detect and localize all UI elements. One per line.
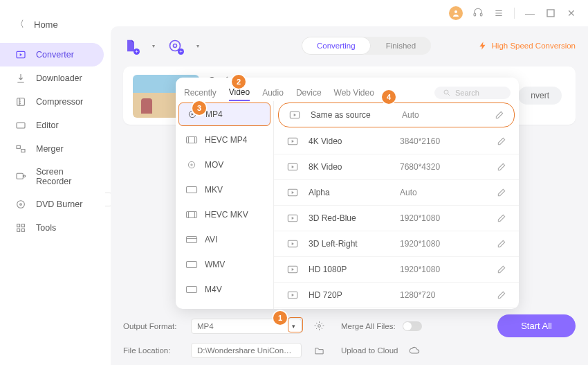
wmv-icon xyxy=(185,260,198,269)
search-placeholder: Search xyxy=(455,89,479,97)
support-icon[interactable] xyxy=(472,8,484,19)
folder-icon[interactable] xyxy=(314,346,324,356)
edit-icon[interactable] xyxy=(495,110,506,120)
edit-icon[interactable] xyxy=(497,162,508,172)
preset-8k[interactable]: 8K Video7680*4320 xyxy=(274,154,519,180)
format-hevc-mp4[interactable]: HEVC MP4 xyxy=(176,127,273,152)
format-mkv[interactable]: MKV xyxy=(176,177,273,202)
search-input[interactable]: Search xyxy=(434,87,511,99)
profile-avatar[interactable] xyxy=(449,6,463,20)
svg-rect-30 xyxy=(187,262,197,268)
output-format-label: Output Format: xyxy=(123,322,184,330)
format-wmv[interactable]: WMV xyxy=(176,252,273,277)
sidebar-item-editor[interactable]: Editor xyxy=(0,114,104,137)
popup-tab-device[interactable]: Device xyxy=(296,85,322,100)
svg-rect-14 xyxy=(21,224,24,227)
search-icon xyxy=(443,89,451,97)
chevron-down-icon[interactable]: ▾ xyxy=(152,43,155,49)
minimize-icon[interactable]: — xyxy=(524,8,535,19)
format-m4v[interactable]: M4V xyxy=(176,277,273,302)
video-icon xyxy=(286,162,299,172)
tab-finished[interactable]: Finished xyxy=(371,37,431,55)
file-location-input[interactable]: D:\Wondershare UniConverter 1 xyxy=(191,343,302,358)
mkv-icon xyxy=(185,185,198,195)
svg-rect-3 xyxy=(547,10,554,17)
settings-icon[interactable] xyxy=(314,321,324,331)
back-home[interactable]: 〈 Home xyxy=(0,14,111,35)
format-label: HEVC MP4 xyxy=(205,135,247,145)
preset-alpha[interactable]: AlphaAuto xyxy=(274,180,519,206)
video-icon xyxy=(286,239,299,249)
svg-point-21 xyxy=(318,325,321,328)
close-icon[interactable]: ✕ xyxy=(566,8,577,19)
merge-toggle[interactable] xyxy=(403,321,422,331)
sidebar-item-label: Downloader xyxy=(36,73,82,83)
preset-label: 8K Video xyxy=(309,162,390,172)
sidebar: 〈 Home Converter Downloader Compressor E… xyxy=(0,0,111,365)
preset-1080p[interactable]: HD 1080P1920*1080 xyxy=(274,257,519,283)
format-hevc-mkv[interactable]: HEVC MKV xyxy=(176,202,273,227)
m4v-icon xyxy=(185,285,198,294)
svg-point-22 xyxy=(444,90,448,94)
edit-icon[interactable] xyxy=(497,136,508,146)
preset-label: 3D Red-Blue xyxy=(309,213,390,223)
preset-720p[interactable]: HD 720P1280*720 xyxy=(274,283,519,308)
high-speed-toggle[interactable]: High Speed Conversion xyxy=(478,41,576,51)
svg-rect-8 xyxy=(21,150,25,152)
maximize-icon[interactable] xyxy=(545,8,556,19)
sidebar-item-converter[interactable]: Converter xyxy=(0,43,104,66)
nav-list: Converter Downloader Compressor Editor M… xyxy=(0,40,111,240)
step-bubble-3: 3 xyxy=(192,101,206,115)
svg-point-25 xyxy=(188,161,194,168)
bottom-bar: Output Format: MP4 ▾ Merge All Files: St… xyxy=(123,309,576,358)
format-label: M4V xyxy=(205,285,222,294)
menu-icon[interactable] xyxy=(493,8,504,19)
sidebar-item-compressor[interactable]: Compressor xyxy=(0,90,104,114)
svg-rect-13 xyxy=(17,224,20,227)
format-avi[interactable]: AVI xyxy=(176,227,273,252)
start-all-button[interactable]: Start All xyxy=(497,314,576,337)
popup-tab-web-video[interactable]: Web Video xyxy=(334,85,374,100)
sidebar-item-dvd-burner[interactable]: DVD Burner xyxy=(0,193,104,216)
preset-3d-lr[interactable]: 3D Left-Right1920*1080 xyxy=(274,231,519,257)
svg-point-0 xyxy=(454,10,457,13)
preset-res: Auto xyxy=(400,188,487,197)
sidebar-item-screen-recorder[interactable]: Screen Recorder xyxy=(0,161,104,193)
toolbar: +▾ +▾ Converting Finished High Speed Con… xyxy=(123,35,576,57)
sidebar-item-downloader[interactable]: Downloader xyxy=(0,66,104,90)
preset-3d-rb[interactable]: 3D Red-Blue1920*1080 xyxy=(274,206,519,231)
format-mov[interactable]: MOV xyxy=(176,152,273,177)
preset-4k[interactable]: 4K Video3840*2160 xyxy=(274,129,519,154)
edit-icon[interactable] xyxy=(497,265,508,274)
edit-icon[interactable] xyxy=(497,213,508,223)
mov-icon xyxy=(185,160,198,170)
svg-point-12 xyxy=(20,204,22,206)
video-icon xyxy=(286,188,299,197)
preset-res: 1920*1080 xyxy=(400,265,487,274)
step-bubble-4: 4 xyxy=(382,90,396,104)
tab-converting[interactable]: Converting xyxy=(302,37,371,55)
sidebar-item-label: Screen Recorder xyxy=(36,167,89,186)
format-list: MP4 HEVC MP4 MOV MKV HEVC MKV AVI WMV M4… xyxy=(176,101,274,309)
video-icon xyxy=(286,213,299,223)
chevron-left-icon: 〈 xyxy=(15,18,24,30)
preset-label: Same as source xyxy=(311,110,392,120)
edit-icon[interactable] xyxy=(497,188,508,197)
video-icon xyxy=(286,290,299,300)
edit-icon[interactable] xyxy=(497,239,508,249)
add-dvd-button[interactable]: + xyxy=(167,38,183,53)
popup-tab-audio[interactable]: Audio xyxy=(262,85,284,100)
sidebar-item-merger[interactable]: Merger xyxy=(0,137,104,161)
convert-button[interactable]: nvert xyxy=(518,87,562,105)
cloud-icon[interactable] xyxy=(409,345,420,356)
chevron-down-icon[interactable]: ▾ xyxy=(196,43,199,49)
preset-res: Auto xyxy=(402,110,485,120)
edit-icon[interactable] xyxy=(497,290,508,300)
record-icon xyxy=(15,171,26,182)
sidebar-item-tools[interactable]: Tools xyxy=(0,216,104,240)
svg-rect-1 xyxy=(474,13,476,16)
popup-tab-recently[interactable]: Recently xyxy=(184,85,217,100)
preset-same-as-source[interactable]: Same as sourceAuto xyxy=(278,103,515,127)
format-label: MP4 xyxy=(205,109,223,119)
add-file-button[interactable]: + xyxy=(123,38,138,53)
